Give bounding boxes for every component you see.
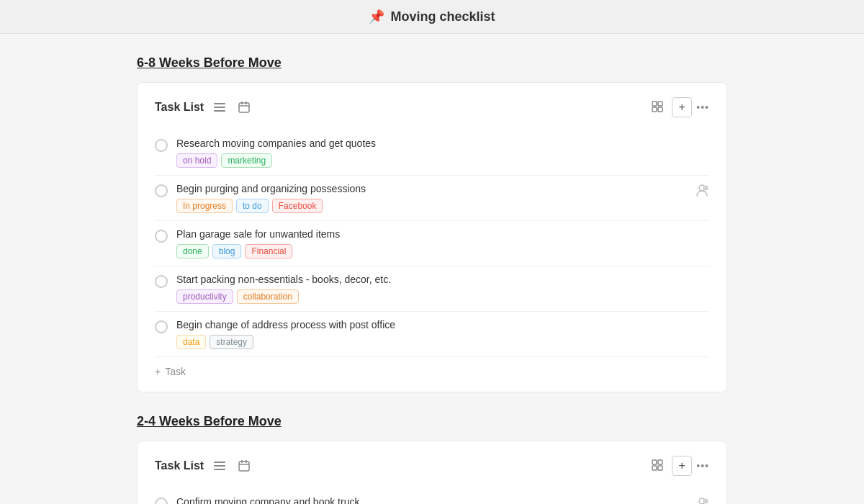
task-item-0-1: Begin purging and organizing possessions… bbox=[155, 176, 709, 221]
tag-productivity[interactable]: productivity bbox=[176, 289, 233, 304]
svg-rect-12 bbox=[214, 462, 225, 463]
svg-rect-13 bbox=[214, 465, 225, 467]
task-body-0-1: Begin purging and organizing possessions… bbox=[176, 183, 689, 213]
task-body-0-0: Research moving companies and get quotes… bbox=[176, 138, 709, 168]
page-header: 📌 Moving checklist bbox=[0, 0, 864, 34]
list-view-button-0[interactable] bbox=[211, 100, 228, 114]
svg-rect-17 bbox=[246, 460, 247, 463]
svg-rect-2 bbox=[214, 110, 225, 112]
task-body-0-4: Begin change of address process with pos… bbox=[176, 319, 709, 349]
grid-view-button-0[interactable] bbox=[647, 98, 667, 117]
task-body-0-2: Plan garage sale for unwanted itemsdoneb… bbox=[176, 228, 709, 258]
task-checkbox-1-0[interactable] bbox=[155, 498, 168, 504]
add-task-plus-0: + bbox=[155, 366, 161, 377]
svg-rect-6 bbox=[652, 102, 657, 106]
task-list-header-0: Task List+••• bbox=[155, 97, 709, 117]
task-item-0-3: Start packing non-essentials - books, de… bbox=[155, 266, 709, 312]
assignee-icon-0-1[interactable] bbox=[695, 183, 709, 201]
task-list-header-left-0: Task List bbox=[155, 100, 253, 114]
task-tags-0-3: productivitycollaboration bbox=[176, 289, 709, 304]
svg-rect-5 bbox=[246, 102, 247, 104]
task-checkbox-0-0[interactable] bbox=[155, 139, 168, 152]
svg-rect-20 bbox=[652, 466, 657, 470]
svg-rect-8 bbox=[652, 107, 657, 112]
page-content: 6-8 Weeks Before MoveTask List+•••Resear… bbox=[122, 34, 742, 504]
task-body-1-0: Confirm moving company and book truckon … bbox=[176, 496, 689, 504]
svg-rect-4 bbox=[241, 102, 243, 104]
svg-rect-14 bbox=[214, 469, 225, 470]
svg-rect-1 bbox=[214, 107, 225, 108]
task-name-0-0: Research moving companies and get quotes bbox=[176, 138, 709, 149]
tag-on-hold[interactable]: on hold bbox=[176, 153, 217, 168]
task-list-card-1: Task List+•••Confirm moving company and … bbox=[137, 441, 727, 504]
section-heading-0: 6-8 Weeks Before Move bbox=[137, 55, 727, 71]
add-task-button-0[interactable]: + bbox=[672, 97, 692, 117]
task-checkbox-0-3[interactable] bbox=[155, 275, 168, 288]
calendar-view-button-1[interactable] bbox=[235, 459, 253, 473]
task-name-1-0: Confirm moving company and book truck bbox=[176, 496, 689, 504]
task-item-0-0: Research moving companies and get quotes… bbox=[155, 130, 709, 176]
add-task-button-1[interactable]: + bbox=[672, 456, 692, 476]
task-name-0-1: Begin purging and organizing possessions bbox=[176, 183, 689, 194]
svg-rect-0 bbox=[214, 103, 225, 104]
tag-facebook[interactable]: Facebook bbox=[272, 199, 323, 213]
task-tags-0-0: on holdmarketing bbox=[176, 153, 709, 168]
task-body-0-3: Start packing non-essentials - books, de… bbox=[176, 274, 709, 304]
add-task-label-0: Task bbox=[165, 366, 186, 377]
task-checkbox-0-2[interactable] bbox=[155, 230, 168, 243]
tag-blog[interactable]: blog bbox=[212, 244, 242, 258]
task-item-1-0: Confirm moving company and book truckon … bbox=[155, 489, 709, 504]
task-tags-0-1: In progressto doFacebook bbox=[176, 199, 689, 213]
tag-financial[interactable]: Financial bbox=[245, 244, 292, 258]
task-list-header-right-1: +••• bbox=[647, 456, 709, 476]
more-options-button-0[interactable]: ••• bbox=[696, 102, 709, 113]
task-checkbox-0-4[interactable] bbox=[155, 320, 168, 333]
tag-done[interactable]: done bbox=[176, 244, 209, 258]
assignee-icon-1-0[interactable] bbox=[695, 496, 709, 504]
grid-view-button-1[interactable] bbox=[647, 456, 667, 476]
more-options-button-1[interactable]: ••• bbox=[696, 460, 709, 472]
tag-strategy[interactable]: strategy bbox=[210, 335, 253, 349]
tag-collaboration[interactable]: collaboration bbox=[237, 289, 299, 304]
svg-rect-18 bbox=[652, 460, 657, 464]
tag-to-do[interactable]: to do bbox=[236, 199, 269, 213]
calendar-view-button-0[interactable] bbox=[235, 100, 253, 114]
svg-rect-15 bbox=[239, 462, 249, 471]
svg-rect-16 bbox=[241, 460, 243, 463]
add-task-row-0[interactable]: +Task bbox=[155, 357, 709, 377]
svg-rect-9 bbox=[658, 107, 662, 112]
tag-data[interactable]: data bbox=[176, 335, 206, 349]
task-tags-0-4: datastrategy bbox=[176, 335, 709, 349]
page-title: Moving checklist bbox=[390, 9, 495, 24]
task-list-card-0: Task List+•••Research moving companies a… bbox=[137, 82, 727, 392]
list-view-button-1[interactable] bbox=[211, 459, 228, 473]
section-heading-1: 2-4 Weeks Before Move bbox=[137, 414, 727, 429]
svg-rect-7 bbox=[658, 102, 662, 106]
svg-rect-21 bbox=[658, 466, 662, 470]
pin-icon: 📌 bbox=[369, 9, 384, 24]
tag-marketing[interactable]: marketing bbox=[221, 153, 272, 168]
svg-rect-19 bbox=[658, 460, 662, 464]
task-name-0-4: Begin change of address process with pos… bbox=[176, 319, 709, 330]
task-list-header-1: Task List+••• bbox=[155, 456, 709, 476]
task-list-title-0: Task List bbox=[155, 101, 204, 114]
task-name-0-3: Start packing non-essentials - books, de… bbox=[176, 274, 709, 285]
task-list-header-left-1: Task List bbox=[155, 459, 253, 473]
task-item-0-4: Begin change of address process with pos… bbox=[155, 312, 709, 357]
task-tags-0-2: doneblogFinancial bbox=[176, 244, 709, 258]
task-list-title-1: Task List bbox=[155, 459, 204, 472]
task-item-0-2: Plan garage sale for unwanted itemsdoneb… bbox=[155, 221, 709, 266]
task-list-header-right-0: +••• bbox=[647, 97, 709, 117]
task-name-0-2: Plan garage sale for unwanted items bbox=[176, 228, 709, 240]
tag-in-progress[interactable]: In progress bbox=[176, 199, 233, 213]
task-checkbox-0-1[interactable] bbox=[155, 184, 168, 197]
svg-rect-3 bbox=[239, 103, 249, 112]
